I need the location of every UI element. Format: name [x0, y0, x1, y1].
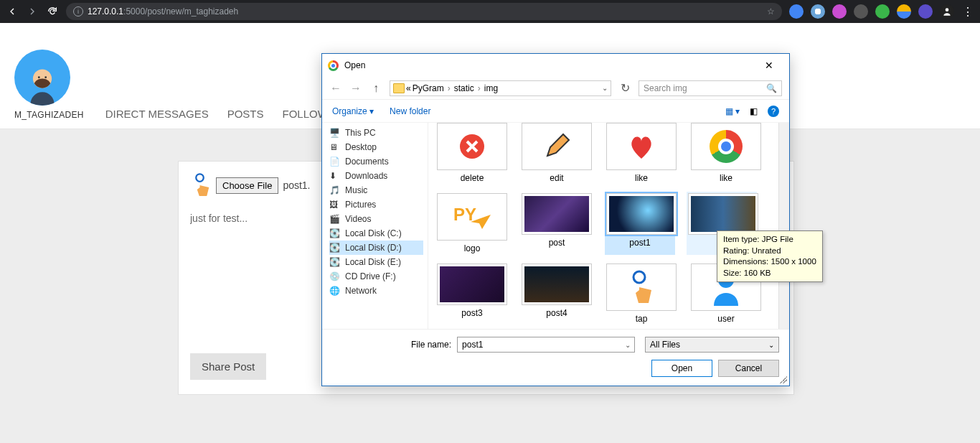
tree-item[interactable]: 💽Local Disk (E:) [329, 255, 428, 269]
svg-point-0 [946, 8, 949, 11]
scrollbar[interactable] [778, 123, 789, 329]
ext-icon[interactable] [832, 4, 847, 19]
file-item[interactable]: PYlogo [437, 193, 507, 253]
file-item[interactable]: delete [437, 123, 507, 183]
nav-up[interactable]: ↑ [369, 82, 382, 95]
refresh-button[interactable]: ↻ [618, 81, 631, 95]
svg-point-2 [38, 76, 40, 78]
ext-icon[interactable] [897, 4, 911, 19]
profile-icon[interactable] [940, 4, 954, 19]
tree-item[interactable]: 💽Local Disk (C:) [329, 226, 428, 241]
back-button[interactable] [6, 5, 19, 18]
file-item[interactable]: like [691, 123, 761, 183]
avatar[interactable] [14, 50, 70, 106]
nav-dm[interactable]: DIRECT MESSAGES [105, 108, 209, 120]
tree-item[interactable]: ⬇Downloads [329, 169, 428, 183]
tree-item[interactable]: 🖥Desktop [329, 140, 428, 154]
breadcrumb[interactable]: « PyGram› static› img ⌄ [390, 80, 611, 96]
address-bar[interactable]: i 127.0.0.1:5000/post/new/m_taghizadeh ☆ [66, 3, 782, 20]
forward-button[interactable] [26, 5, 39, 18]
folder-tree[interactable]: 🖥️This PC🖥Desktop📄Documents⬇Downloads🎵Mu… [322, 123, 428, 329]
folder-icon [393, 83, 405, 93]
search-input[interactable]: Search img🔍 [639, 80, 782, 96]
tree-item[interactable]: 🎬Videos [329, 212, 428, 226]
tree-item[interactable]: 🖥️This PC [329, 126, 428, 140]
tree-item[interactable]: 🖼Pictures [329, 197, 428, 212]
file-item[interactable]: post3 [437, 264, 507, 324]
search-icon: 🔍 [766, 83, 777, 93]
tree-item[interactable]: 🌐Network [329, 284, 428, 298]
browser-toolbar: i 127.0.0.1:5000/post/new/m_taghizadeh ☆… [0, 0, 980, 23]
tap-icon [190, 172, 212, 199]
new-folder-button[interactable]: New folder [390, 106, 430, 116]
file-item[interactable]: post1 [605, 192, 675, 255]
ext-icon[interactable] [918, 4, 933, 19]
site-info-icon[interactable]: i [73, 6, 83, 17]
share-post-button[interactable]: Share Post [190, 353, 266, 380]
reload-button[interactable] [46, 5, 59, 18]
ext-icon[interactable] [875, 4, 890, 19]
file-grid: deleteeditlikelikePYlogopostpost1post3po… [428, 123, 778, 329]
chosen-filename: post1. [283, 179, 310, 191]
ext-icon[interactable] [789, 4, 804, 19]
nav-back[interactable]: ← [329, 82, 342, 95]
close-button[interactable]: ✕ [755, 60, 783, 71]
tree-item[interactable]: 🎵Music [329, 183, 428, 197]
username-label: M_TAGHIZADEH [14, 110, 84, 120]
menu-button[interactable]: ⋮ [961, 5, 974, 18]
file-item[interactable]: like [606, 123, 677, 183]
file-item[interactable]: tap [606, 264, 677, 324]
ext-icon[interactable] [854, 4, 868, 19]
file-item[interactable]: edit [522, 123, 592, 183]
organize-menu[interactable]: Organize ▾ [332, 106, 374, 116]
view-menu[interactable]: ▦ ▾ [725, 106, 740, 116]
filename-label: File name: [411, 340, 451, 350]
file-open-dialog: Open ✕ ← → ↑ « PyGram› static› img ⌄ ↻ S… [321, 53, 790, 386]
tree-item[interactable]: 💽Local Disk (D:) [329, 241, 423, 255]
choose-file-button[interactable]: Choose File [216, 177, 278, 194]
file-item[interactable]: post [522, 193, 592, 253]
svg-point-3 [44, 76, 47, 78]
ext-icon[interactable] [811, 4, 825, 19]
nav-fwd[interactable]: → [349, 82, 362, 95]
resize-grip[interactable] [780, 376, 787, 383]
chrome-icon [328, 60, 339, 71]
dialog-title: Open [344, 60, 365, 70]
file-type-filter[interactable]: All Files⌄ [645, 337, 779, 353]
tree-item[interactable]: 📄Documents [329, 154, 428, 169]
cancel-button[interactable]: Cancel [718, 360, 779, 377]
nav-posts[interactable]: POSTS [227, 108, 264, 120]
file-tooltip: Item type: JPG File Rating: Unrated Dime… [717, 230, 823, 282]
open-button[interactable]: Open [651, 360, 712, 377]
help-icon[interactable]: ? [768, 106, 779, 117]
tree-item[interactable]: 💿CD Drive (F:) [329, 269, 428, 284]
filename-input[interactable] [457, 337, 635, 353]
file-item[interactable]: post4 [522, 264, 592, 324]
preview-toggle[interactable]: ◧ [750, 106, 758, 116]
